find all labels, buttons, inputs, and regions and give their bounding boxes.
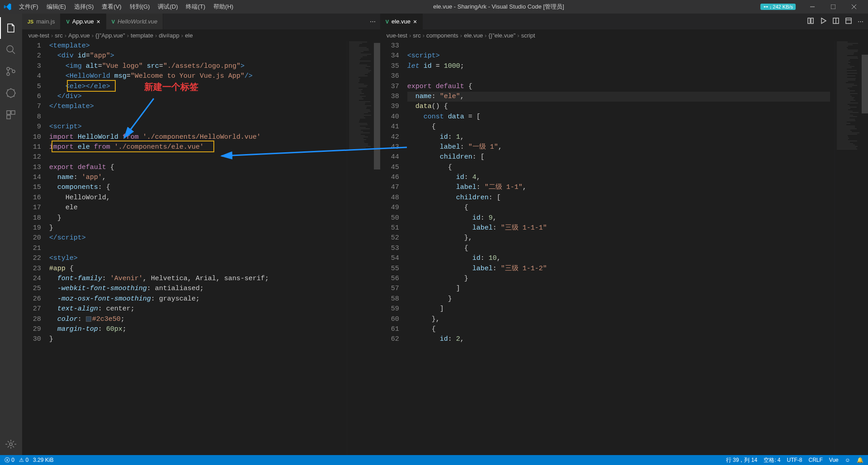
editor-tab[interactable]: VApp.vue× — [61, 14, 106, 29]
line-gutter: 1234567891011121314151617181920212223242… — [22, 41, 49, 455]
window-title: ele.vue - SharingArk - Visual Studio Cod… — [237, 3, 760, 11]
filesize-status: 3.29 KiB — [33, 457, 53, 463]
breadcrumb-item[interactable]: {}"App.vue" — [95, 32, 125, 39]
svg-rect-15 — [846, 18, 851, 23]
minimap[interactable] — [347, 41, 374, 455]
svg-point-6 — [12, 70, 15, 73]
cursor-position[interactable]: 行 39，列 14 — [726, 456, 757, 464]
tab-label: HelloWorld.vue — [118, 18, 157, 25]
menu-item[interactable]: 文件(F) — [15, 1, 42, 13]
svg-rect-12 — [808, 18, 810, 23]
explorer-icon[interactable] — [0, 17, 22, 39]
vue-file-icon: V — [386, 19, 389, 24]
svg-rect-10 — [7, 115, 10, 119]
menu-item[interactable]: 调试(D) — [154, 1, 181, 13]
svg-point-4 — [7, 67, 9, 70]
feedback-icon[interactable]: ☺ — [845, 457, 850, 463]
editor-tab[interactable]: VHelloWorld.vue — [106, 14, 164, 29]
minimap[interactable] — [835, 41, 862, 455]
tab-label: ele.vue — [392, 18, 410, 25]
settings-gear-icon[interactable] — [0, 433, 22, 455]
run-icon[interactable] — [820, 17, 827, 26]
menu-item[interactable]: 选择(S) — [71, 1, 97, 13]
breadcrumb-separator: › — [51, 32, 53, 39]
breadcrumb-separator: › — [155, 32, 157, 39]
breadcrumb-item[interactable]: vue-test — [387, 32, 407, 39]
network-speed-badge: ↓242 KB/s — [760, 4, 796, 10]
js-file-icon: JS — [28, 19, 33, 24]
vue-file-icon: V — [112, 19, 115, 24]
breadcrumb-item[interactable]: src — [413, 32, 420, 39]
breadcrumb-separator: › — [181, 32, 183, 39]
svg-point-3 — [7, 46, 13, 52]
more-actions-icon[interactable]: ⋯ — [370, 18, 376, 25]
svg-rect-9 — [11, 111, 15, 114]
editor-tab[interactable]: Vele.vue× — [380, 14, 423, 29]
breadcrumb-right[interactable]: vue-test › src › components › ele.vue › … — [380, 29, 868, 41]
eol-status[interactable]: CRLF — [808, 457, 822, 463]
editor-left[interactable]: 1234567891011121314151617181920212223242… — [22, 41, 380, 455]
vertical-scrollbar[interactable] — [862, 41, 868, 455]
editor-tab[interactable]: JSmain.js — [22, 14, 61, 29]
editor-right[interactable]: 3334353637383940414243444546474849505152… — [380, 41, 868, 455]
warnings-status[interactable]: ⚠ 0 — [19, 457, 28, 463]
compare-icon[interactable] — [807, 17, 814, 26]
breadcrumb-item[interactable]: ele — [185, 32, 193, 39]
breadcrumb-separator: › — [517, 32, 519, 39]
close-tab-icon[interactable]: × — [96, 18, 100, 25]
svg-rect-2 — [831, 5, 835, 9]
minimize-button[interactable] — [802, 0, 823, 14]
svg-rect-13 — [811, 18, 813, 23]
more-actions-icon[interactable]: ⋯ — [858, 18, 863, 25]
activity-bar — [0, 14, 22, 455]
breadcrumb-item[interactable]: div#app — [159, 32, 179, 39]
breadcrumb-item[interactable]: script — [521, 32, 535, 39]
breadcrumb-left[interactable]: vue-test › src › App.vue › {}"App.vue" ›… — [22, 29, 380, 41]
breadcrumb-item[interactable]: components — [426, 32, 458, 39]
vertical-scrollbar[interactable] — [374, 41, 380, 455]
breadcrumb-separator: › — [409, 32, 411, 39]
split-editor-icon[interactable] — [832, 17, 840, 26]
layout-icon[interactable] — [845, 17, 852, 26]
close-tab-icon[interactable]: × — [413, 18, 417, 25]
svg-point-11 — [9, 443, 12, 446]
menu-item[interactable]: 转到(G) — [126, 1, 154, 13]
errors-status[interactable]: ⓧ 0 — [5, 456, 14, 464]
status-bar: ⓧ 0 ⚠ 0 3.29 KiB 行 39，列 14 空格: 4 UTF-8 C… — [0, 455, 868, 465]
source-control-icon[interactable] — [0, 61, 22, 82]
svg-rect-8 — [7, 111, 10, 114]
breadcrumb-item[interactable]: {}"ele.vue" — [488, 32, 515, 39]
indentation-status[interactable]: 空格: 4 — [764, 456, 780, 464]
menu-item[interactable]: 帮助(H) — [210, 1, 237, 13]
maximize-button[interactable] — [823, 0, 844, 14]
breadcrumb-separator: › — [485, 32, 486, 39]
tab-label: main.js — [36, 18, 55, 25]
notifications-icon[interactable]: 🔔 — [857, 457, 863, 463]
menu-bar: 文件(F)编辑(E)选择(S)查看(V)转到(G)调试(D)终端(T)帮助(H) — [15, 1, 237, 13]
breadcrumb-item[interactable]: App.vue — [68, 32, 90, 39]
breadcrumb-separator: › — [92, 32, 94, 39]
vscode-logo-icon — [4, 3, 12, 11]
encoding-status[interactable]: UTF-8 — [787, 457, 802, 463]
code-body[interactable]: <template> <div id="app"> <img alt="Vue … — [49, 41, 347, 455]
close-button[interactable] — [844, 0, 864, 14]
vue-file-icon: V — [66, 19, 69, 24]
tab-bar-right: Vele.vue× ⋯ — [380, 14, 868, 29]
tab-bar-left: JSmain.jsVApp.vue×VHelloWorld.vue ⋯ — [22, 14, 380, 29]
language-mode[interactable]: Vue — [829, 457, 839, 463]
breadcrumb-item[interactable]: src — [55, 32, 62, 39]
extensions-icon[interactable] — [0, 104, 22, 126]
title-bar: 文件(F)编辑(E)选择(S)查看(V)转到(G)调试(D)终端(T)帮助(H)… — [0, 0, 868, 14]
menu-item[interactable]: 终端(T) — [182, 1, 209, 13]
breadcrumb-separator: › — [460, 32, 462, 39]
debug-icon[interactable] — [0, 82, 22, 104]
breadcrumb-item[interactable]: template — [131, 32, 153, 39]
search-icon[interactable] — [0, 39, 22, 61]
tab-label: App.vue — [72, 18, 94, 25]
breadcrumb-item[interactable]: ele.vue — [464, 32, 483, 39]
breadcrumb-item[interactable]: vue-test — [28, 32, 49, 39]
menu-item[interactable]: 编辑(E) — [43, 1, 70, 13]
menu-item[interactable]: 查看(V) — [98, 1, 125, 13]
breadcrumb-separator: › — [423, 32, 425, 39]
code-body[interactable]: <script>let id = 1000; export default { … — [407, 41, 835, 455]
